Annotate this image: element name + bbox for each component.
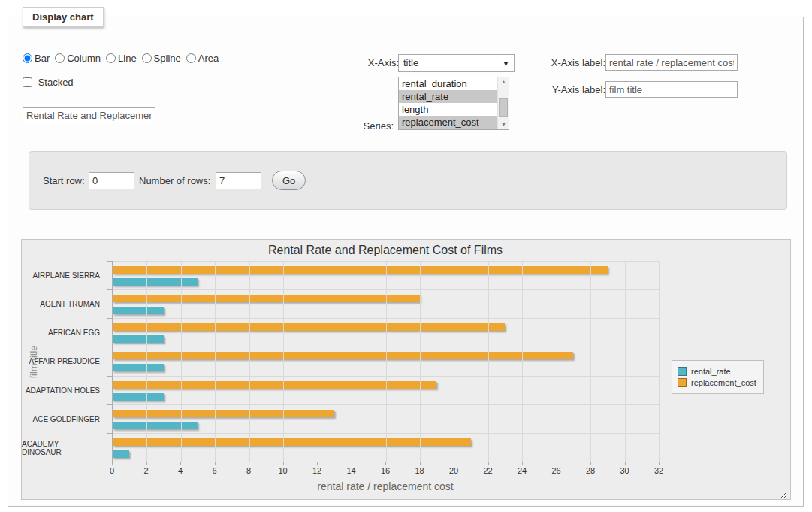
x-tick-mark xyxy=(488,462,489,465)
x-axis-label-input[interactable] xyxy=(605,54,738,71)
gridline xyxy=(557,261,557,462)
chart-type-radio-area[interactable] xyxy=(186,53,196,63)
gridline xyxy=(590,261,591,462)
gridline xyxy=(625,261,626,462)
chart-type-radio-spline[interactable] xyxy=(142,53,152,63)
y-axis-label-input[interactable] xyxy=(605,81,738,98)
bar-replacement_cost[interactable] xyxy=(113,295,420,302)
x-tick-label: 16 xyxy=(381,466,390,475)
x-tick-mark xyxy=(180,462,181,465)
x-tick-label: 8 xyxy=(246,466,251,475)
gridline xyxy=(215,261,216,462)
x-tick-mark xyxy=(352,462,352,465)
x-tick-mark xyxy=(385,462,386,465)
resize-handle-icon[interactable] xyxy=(778,489,787,498)
rows-panel: Start row: Number of rows: Go xyxy=(29,151,787,210)
chart-type-option-spline[interactable]: Spline xyxy=(142,53,181,64)
chart-type-option-bar[interactable]: Bar xyxy=(23,53,50,64)
category-label: ACADEMY DINOSAUR xyxy=(22,434,107,462)
stacked-checkbox[interactable] xyxy=(23,77,32,87)
bar-rental_rate[interactable] xyxy=(113,450,129,458)
series-option-rental_duration[interactable]: rental_duration xyxy=(399,77,497,90)
x-tick-mark xyxy=(522,462,523,465)
bar-rental_rate[interactable] xyxy=(113,307,164,314)
bar-replacement_cost[interactable] xyxy=(113,381,436,389)
legend-label: replacement_cost xyxy=(691,378,756,387)
chevron-down-icon: ▼ xyxy=(503,56,509,72)
y-axis-label-caption: Y-Axis label: xyxy=(543,84,605,95)
display-chart-fieldset: Display chart BarColumnLineSplineArea St… xyxy=(8,7,804,507)
x-tick-label: 6 xyxy=(212,466,216,475)
chart-type-option-line[interactable]: Line xyxy=(106,53,137,64)
x-axis-select-label: X-Axis: xyxy=(346,57,399,68)
x-tick-label: 30 xyxy=(620,466,629,475)
chart-type-label: Line xyxy=(118,53,137,64)
stacked-option[interactable]: Stacked xyxy=(23,77,74,88)
series-option-rental_rate[interactable]: rental_rate xyxy=(399,90,497,103)
x-tick-mark xyxy=(557,462,557,465)
legend-item-rental_rate[interactable]: rental_rate xyxy=(678,367,756,376)
bar-replacement_cost[interactable] xyxy=(113,352,573,359)
scrollbar-thumb[interactable] xyxy=(499,98,508,117)
listbox-scrollbar[interactable]: ▲ ▼ xyxy=(497,77,509,129)
series-listbox[interactable]: rental_durationrental_ratelengthreplacem… xyxy=(398,77,509,130)
start-row-label: Start row: xyxy=(43,175,85,186)
x-tick-label: 28 xyxy=(586,466,595,475)
go-button[interactable]: Go xyxy=(272,171,306,190)
chart-legend: rental_ratereplacement_cost xyxy=(672,360,764,394)
bar-replacement_cost[interactable] xyxy=(113,438,471,446)
chart-type-radio-bar[interactable] xyxy=(23,53,32,63)
chart-type-radio-column[interactable] xyxy=(55,53,65,63)
gridline xyxy=(249,261,250,462)
x-tick-label: 12 xyxy=(312,466,321,475)
bar-rental_rate[interactable] xyxy=(113,364,164,371)
chart-type-label: Bar xyxy=(35,53,50,64)
chart-type-option-area[interactable]: Area xyxy=(186,53,219,64)
gridline xyxy=(659,261,660,462)
chart-title-input[interactable] xyxy=(23,107,155,123)
chart-type-radio-line[interactable] xyxy=(106,53,116,63)
x-tick-mark xyxy=(112,462,113,465)
bar-replacement_cost[interactable] xyxy=(113,410,334,417)
x-tick-mark xyxy=(659,462,660,465)
bar-replacement_cost[interactable] xyxy=(113,266,608,274)
scroll-down-icon[interactable]: ▼ xyxy=(498,120,509,129)
chart-type-label: Area xyxy=(198,53,219,64)
x-tick-mark xyxy=(454,462,454,465)
category-label: ACE GOLDFINGER xyxy=(22,404,107,433)
legend-item-replacement_cost[interactable]: replacement_cost xyxy=(678,378,756,387)
bar-rental_rate[interactable] xyxy=(113,335,164,343)
legend-swatch xyxy=(678,367,687,376)
x-axis-label-caption: X-Axis label: xyxy=(543,57,605,68)
x-tick-mark xyxy=(215,462,216,465)
x-axis-title: rental rate / replacement cost xyxy=(112,480,659,492)
series-listbox-label: Series: xyxy=(345,120,394,132)
series-listbox-options: rental_durationrental_ratelengthreplacem… xyxy=(399,77,497,129)
series-option-replacement_cost[interactable]: replacement_cost xyxy=(399,116,497,129)
x-axis-select[interactable]: title ▼ xyxy=(398,54,515,72)
x-tick-label: 24 xyxy=(518,466,527,475)
x-tick-label: 10 xyxy=(278,466,287,475)
x-tick-label: 0 xyxy=(110,466,114,475)
gridline xyxy=(386,261,387,462)
bar-replacement_cost[interactable] xyxy=(113,323,505,331)
x-tick-label: 18 xyxy=(415,466,424,475)
legend-label: rental_rate xyxy=(691,367,731,376)
chart-panel: Rental Rate and Replacement Cost of Film… xyxy=(21,239,791,500)
bar-rental_rate[interactable] xyxy=(113,278,198,286)
start-row-input[interactable] xyxy=(89,172,134,189)
bar-rental_rate[interactable] xyxy=(113,393,164,401)
x-tick-mark xyxy=(317,462,318,465)
gridline xyxy=(420,261,421,462)
gridline xyxy=(283,261,284,462)
chart-type-radios: BarColumnLineSplineArea xyxy=(23,53,224,64)
x-tick-label: 32 xyxy=(654,466,663,475)
chart-title: Rental Rate and Replacement Cost of Film… xyxy=(112,244,659,257)
bar-rental_rate[interactable] xyxy=(113,422,198,429)
category-label: AIRPLANE SIERRA xyxy=(22,261,107,289)
chart-type-option-column[interactable]: Column xyxy=(55,53,101,64)
num-rows-input[interactable] xyxy=(216,172,261,189)
x-tick-label: 20 xyxy=(449,466,458,475)
scroll-up-icon[interactable]: ▲ xyxy=(498,77,509,86)
series-option-length[interactable]: length xyxy=(399,103,497,116)
